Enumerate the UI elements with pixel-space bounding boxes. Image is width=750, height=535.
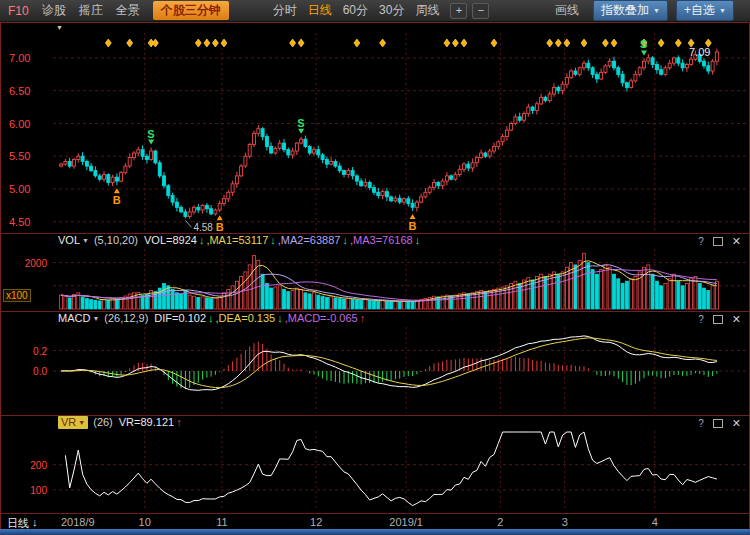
x-axis-label: 11: [216, 516, 227, 528]
x-axis-label: 12: [310, 516, 322, 528]
chevron-down-icon: ▼: [92, 312, 99, 325]
index-overlay-button[interactable]: 指数叠加 ▼: [593, 0, 668, 21]
indicator-value: ,DEA=0.135: [216, 312, 276, 325]
maximize-icon[interactable]: [713, 419, 723, 428]
vol-indicator-selector[interactable]: VOL▼: [58, 234, 89, 247]
trend-arrow-icon: ↑: [176, 416, 182, 429]
svg-text:4.58: 4.58: [193, 222, 213, 233]
chevron-down-icon: ▼: [719, 7, 726, 14]
trend-arrow-icon: ↓: [208, 312, 214, 325]
x-axis: 日线↓ 2018/91011122019/1234: [1, 513, 749, 530]
svg-text:100: 100: [30, 485, 47, 496]
trend-arrow-icon: ↓: [199, 234, 205, 247]
f10-button[interactable]: F10: [8, 4, 29, 18]
svg-text:4.50: 4.50: [9, 216, 30, 228]
panorama-button[interactable]: 全景: [116, 2, 140, 19]
svg-text:5.50: 5.50: [9, 150, 30, 162]
macd-values: DIF=0.102↓,DEA=0.135↓,MACD=-0.065↑: [154, 312, 367, 325]
vol-params: (5,10,20): [94, 234, 138, 247]
add-watchlist-button[interactable]: +自选 ▼: [676, 0, 734, 21]
tab-30min[interactable]: 30分: [379, 2, 404, 19]
svg-text:0.2: 0.2: [33, 346, 47, 357]
x-axis-label: 10: [139, 516, 151, 528]
trend-arrow-icon: ↓: [270, 234, 276, 247]
svg-text:B: B: [113, 194, 121, 206]
stock-3min-button[interactable]: 个股三分钟: [153, 1, 229, 20]
vr-title: VR: [61, 416, 76, 429]
macd-indicator-selector[interactable]: MACD▼: [58, 312, 99, 325]
macd-panel-header: MACD▼ (26,12,9) DIF=0.102↓,DEA=0.135↓,MA…: [1, 311, 749, 325]
index-overlay-label: 指数叠加: [601, 2, 649, 19]
indicator-value: DIF=0.102: [154, 312, 206, 325]
svg-text:S: S: [297, 117, 304, 129]
zoom-out-button[interactable]: −: [472, 3, 489, 19]
zoom-in-button[interactable]: +: [450, 3, 467, 19]
tab-intraday[interactable]: 分时: [273, 2, 297, 19]
vr-chart[interactable]: 200100: [1, 429, 749, 513]
candlestick-chart[interactable]: 7.006.506.005.505.004.50BBBSSS4.587.09: [1, 31, 749, 233]
chevron-down-icon: ▼: [82, 234, 89, 247]
trend-arrow-icon: ↓: [415, 234, 421, 247]
draw-line-button[interactable]: 画线: [555, 2, 579, 19]
indicator-value: ,MACD=-0.065: [285, 312, 358, 325]
macd-chart[interactable]: 0.20.0: [1, 325, 749, 415]
macd-title: MACD: [58, 312, 90, 325]
vr-panel-header: VR▼ (26) VR=89.121↑ ? ✕: [1, 415, 749, 429]
trend-arrow-icon: ↓: [342, 234, 348, 247]
chevron-down-icon: ▼: [78, 416, 85, 429]
vol-values: VOL=8924↓,MA1=53117↓,MA2=63887↓,MA3=7616…: [144, 234, 422, 247]
svg-text:B: B: [409, 220, 417, 232]
svg-text:B: B: [216, 221, 224, 233]
x-axis-label: 2019/1: [389, 516, 423, 528]
svg-text:7.09: 7.09: [689, 46, 710, 58]
maximize-icon[interactable]: [713, 315, 723, 324]
vr-values: VR=89.121↑: [119, 416, 184, 429]
tab-60min[interactable]: 60分: [343, 2, 368, 19]
vol-title: VOL: [58, 234, 80, 247]
indicator-value: ,MA3=76168: [350, 234, 413, 247]
indicator-value: ,MA1=53117: [206, 234, 268, 247]
svg-text:5.00: 5.00: [9, 183, 30, 195]
svg-text:2000: 2000: [25, 258, 48, 269]
banker-monitor-button[interactable]: 摇庄: [79, 2, 103, 19]
indicator-value: VR=89.121: [119, 416, 174, 429]
bottom-blue-strip: [0, 529, 750, 535]
x-axis-label: 2: [497, 516, 503, 528]
tab-daily[interactable]: 日线: [308, 2, 332, 19]
maximize-icon[interactable]: [713, 237, 723, 246]
x-axis-label: 2018/9: [61, 516, 95, 528]
tab-weekly[interactable]: 周线: [415, 2, 439, 19]
indicator-value: VOL=8924: [144, 234, 197, 247]
svg-text:S: S: [147, 128, 154, 140]
macd-params: (26,12,9): [104, 312, 148, 325]
trend-arrow-icon: ↓: [277, 312, 283, 325]
svg-text:200: 200: [30, 460, 47, 471]
svg-text:6.00: 6.00: [9, 118, 30, 130]
volume-chart[interactable]: 2000: [1, 247, 749, 311]
svg-text:S: S: [640, 38, 647, 50]
top-toolbar: F10 诊股 摇庄 全景 个股三分钟 分时 日线 60分 30分 周线 + − …: [0, 0, 750, 22]
svg-text:6.50: 6.50: [9, 85, 30, 97]
vol-panel-header: VOL▼ (5,10,20) VOL=8924↓,MA1=53117↓,MA2=…: [1, 233, 749, 247]
diagnose-stock-button[interactable]: 诊股: [42, 2, 66, 19]
svg-text:7.00: 7.00: [9, 52, 30, 64]
indicator-value: ,MA2=63887: [278, 234, 341, 247]
chevron-down-icon: ▼: [653, 7, 660, 14]
x-axis-label: 3: [562, 516, 568, 528]
stock-chart-app: F10 诊股 摇庄 全景 个股三分钟 分时 日线 60分 30分 周线 + − …: [0, 0, 750, 535]
add-watchlist-label: +自选: [684, 2, 715, 19]
svg-text:0.0: 0.0: [33, 366, 47, 377]
chart-frame: ▼ 7.006.506.005.505.004.50BBBSSS4.587.09…: [0, 22, 750, 529]
x-axis-label: 4: [652, 516, 658, 528]
vr-indicator-selector[interactable]: VR▼: [58, 416, 88, 429]
trend-arrow-icon: ↑: [360, 312, 366, 325]
volume-unit-label: x100: [3, 289, 31, 302]
main-indicator-dropdown[interactable]: ▼: [56, 24, 63, 31]
vr-params: (26): [93, 416, 113, 429]
